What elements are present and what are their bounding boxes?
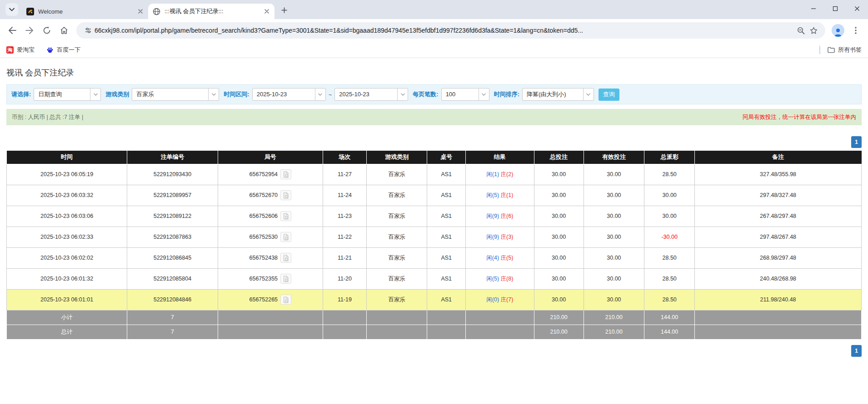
filter-bar: 请选择: 日期查询 游戏类别 百家乐 时间区间: 2025-10-23 ~ 20… (6, 84, 862, 104)
reload-button[interactable] (39, 23, 55, 38)
chevron-down-icon (9, 8, 15, 11)
tab-search-button[interactable] (5, 3, 18, 16)
back-button[interactable] (5, 23, 20, 38)
payout-value: -30.00 (661, 234, 677, 240)
choose-label: 请选择: (11, 90, 31, 99)
minimize-button[interactable] (803, 0, 824, 17)
page-1-button[interactable]: 1 (851, 136, 862, 148)
tab-close-icon[interactable] (263, 7, 271, 15)
address-bar[interactable]: 66cxkj98.com/ipl/portal.php/game/betreco… (76, 22, 825, 39)
close-icon (854, 6, 860, 11)
cell-total-bet[interactable]: 30.00 (534, 247, 584, 268)
site-info-button[interactable] (82, 24, 95, 37)
video-replay-button[interactable] (280, 274, 291, 284)
round-no-text: 656752606 (249, 213, 278, 219)
close-window-button[interactable] (846, 0, 868, 17)
notice-text: 同局有效投注，统一计算在该局第一张注单内 (743, 113, 856, 121)
chevron-down-icon (315, 89, 325, 100)
date-from-value: 2025-10-23 (253, 89, 315, 100)
folder-icon (828, 46, 835, 54)
tab-close-icon[interactable] (136, 7, 145, 15)
home-button[interactable] (56, 23, 72, 38)
cell-total-bet[interactable]: 30.00 (534, 289, 584, 310)
cell-total-bet[interactable]: 30.00 (534, 206, 584, 227)
cell-bet-no: 522912085804 (127, 268, 218, 289)
cell-round-no: 656752438 (218, 247, 323, 268)
cell-valid-bet: 30.00 (584, 185, 644, 206)
cell-session: 11-27 (323, 164, 366, 185)
broken-image-icon (283, 192, 289, 199)
video-replay-button[interactable] (280, 253, 291, 263)
zoom-out-button[interactable] (794, 24, 807, 37)
table-row: 2025-10-23 06:03:32 522912089957 6567526… (7, 185, 862, 206)
search-button[interactable]: 查询 (599, 89, 619, 101)
bookmark-star-button[interactable] (807, 24, 820, 37)
player-result: 闲(9) (486, 234, 499, 240)
col-note: 备注 (695, 151, 862, 164)
cell-total-bet[interactable]: 30.00 (534, 227, 584, 247)
cell-result: 闲(4) 庄(5) (466, 247, 534, 268)
cell-valid-bet: 30.00 (584, 268, 644, 289)
cell-note: 240.48/268.98 (695, 268, 862, 289)
cell-time: 2025-10-23 06:01:32 (7, 268, 127, 289)
forward-button[interactable] (22, 23, 37, 38)
cell-round-no: 656752954 (218, 164, 323, 185)
banker-result: 庄(2) (501, 171, 514, 177)
bookmark-baidu[interactable]: 百度一下 (46, 46, 80, 54)
sort-select[interactable]: 降冪(由大到小) (522, 88, 594, 101)
welcome-favicon-icon (26, 8, 34, 15)
date-from-select[interactable]: 2025-10-23 (252, 88, 326, 101)
time-range-label: 时间区间: (224, 90, 249, 99)
cell-session: 11-24 (323, 185, 366, 206)
broken-image-icon (283, 255, 289, 261)
page-size-label: 每页笔数: (413, 90, 438, 99)
page-1-button[interactable]: 1 (851, 345, 862, 357)
cell-payout: 28.50 (644, 247, 695, 268)
round-no-text: 656752670 (249, 192, 278, 198)
page-size-select[interactable]: 100 (441, 88, 489, 101)
col-valid-bet: 有效投注 (584, 151, 644, 164)
cell-table-no: AS1 (427, 268, 466, 289)
bookmark-aitaobao[interactable]: 淘 爱淘宝 (6, 46, 35, 54)
browser-menu-button[interactable] (848, 23, 863, 38)
pagination-bottom: 1 (6, 340, 862, 357)
all-bookmarks-button[interactable]: 所有书签 (828, 46, 862, 54)
tab-betrecord[interactable]: :::视讯 会员下注纪录::: (148, 4, 274, 19)
query-type-value: 日期查询 (34, 89, 90, 100)
url-text[interactable]: 66cxkj98.com/ipl/portal.php/game/betreco… (95, 27, 794, 34)
profile-avatar[interactable] (832, 24, 844, 37)
new-tab-button[interactable] (278, 4, 290, 16)
chevron-down-icon (583, 89, 594, 100)
video-replay-button[interactable] (280, 169, 291, 179)
tab-welcome[interactable]: Welcome (22, 4, 148, 19)
maximize-button[interactable] (824, 0, 846, 17)
bet-record-table: 时间 注单编号 局号 场次 游戏类别 桌号 结果 总投注 有效投注 总派彩 备注… (6, 151, 862, 340)
payout-value: 30.00 (663, 213, 677, 219)
query-type-select[interactable]: 日期查询 (34, 88, 101, 101)
cell-total-bet[interactable]: 30.00 (534, 268, 584, 289)
video-replay-button[interactable] (280, 190, 291, 200)
cell-total-bet[interactable]: 30.00 (534, 164, 584, 185)
video-replay-button[interactable] (280, 232, 291, 242)
col-game-type: 游戏类别 (366, 151, 427, 164)
table-row: 2025-10-23 06:02:33 522912087863 6567525… (7, 227, 862, 247)
video-replay-button[interactable] (280, 295, 291, 305)
payout-value: 28.50 (663, 171, 677, 177)
cell-game-type: 百家乐 (366, 185, 427, 206)
game-type-select[interactable]: 百家乐 (132, 88, 219, 101)
video-replay-button[interactable] (280, 211, 291, 221)
summary-count: 7 (127, 325, 218, 339)
all-bookmarks-label: 所有书签 (838, 46, 862, 54)
home-icon (60, 26, 68, 34)
payout-value: 30.00 (663, 192, 677, 198)
date-to-select[interactable]: 2025-10-23 (334, 88, 408, 101)
cell-table-no: AS1 (427, 185, 466, 206)
chevron-down-icon (397, 89, 408, 100)
payout-value: 28.50 (663, 255, 677, 261)
cell-total-bet[interactable]: 30.00 (534, 185, 584, 206)
cell-bet-no: 522912084846 (127, 289, 218, 310)
broken-image-icon (283, 296, 289, 303)
kebab-menu-icon (855, 27, 857, 34)
summary-count: 7 (127, 310, 218, 325)
round-no-text: 656752265 (249, 296, 278, 303)
